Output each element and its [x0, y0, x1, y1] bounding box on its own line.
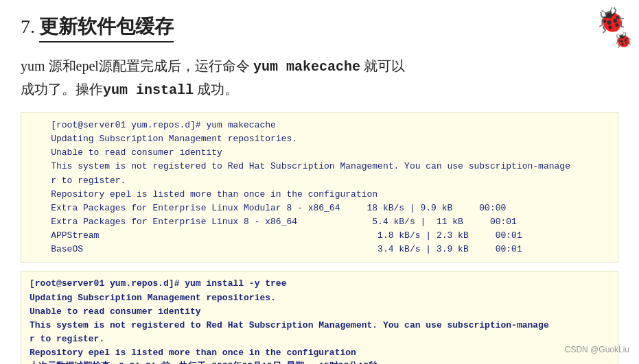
ladybug-icon-large: 🐞 [596, 8, 627, 33]
intro-line1: yum 源和epel源配置完成后，运行命令 yum makecache 就可以 [21, 58, 405, 73]
terminal-block-1: [root@server01 yum.repos.d]# yum makecac… [21, 112, 618, 263]
terminal2-content: [root@server01 yum.repos.d]# yum install… [30, 277, 609, 364]
title-number: 7. [21, 16, 35, 38]
terminal-block-2: [root@server01 yum.repos.d]# yum install… [21, 271, 618, 364]
title-text: 更新软件包缓存 [39, 14, 174, 43]
terminal1-content: [root@server01 yum.repos.d]# yum makecac… [30, 119, 609, 256]
section-title: 7. 更新软件包缓存 [21, 14, 618, 43]
ladybug-icon-small: 🐞 [614, 32, 632, 49]
intro-line2: 成功了。操作yum install 成功。 [21, 82, 238, 97]
watermark: CSDN @GuokLiu [565, 345, 629, 354]
intro-text: yum 源和epel源配置完成后，运行命令 yum makecache 就可以 … [21, 55, 618, 101]
page-container: 🐞 🐞 7. 更新软件包缓存 yum 源和epel源配置完成后，运行命令 yum… [0, 0, 639, 364]
